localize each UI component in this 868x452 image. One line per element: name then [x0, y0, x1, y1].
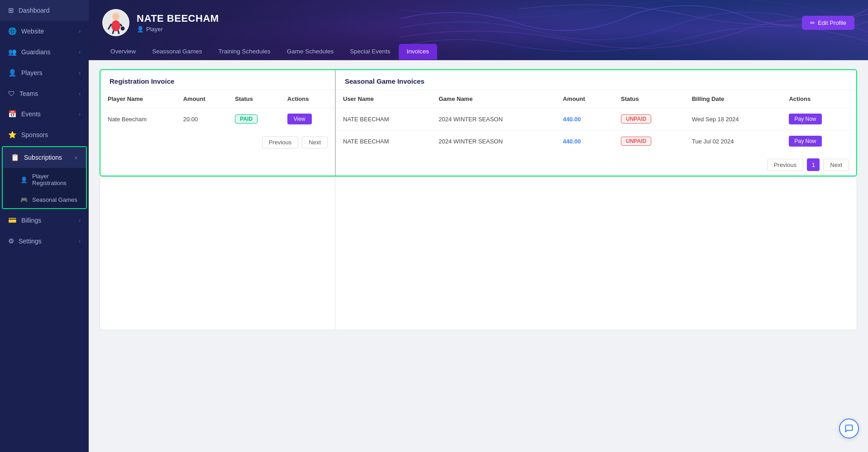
sponsors-icon: ⭐ [8, 131, 17, 139]
cell-amount: 440.00 [556, 130, 614, 152]
svg-line-5 [118, 30, 119, 34]
players-icon: 👤 [8, 69, 17, 77]
sub-item-label: Player Registrations [32, 173, 78, 186]
pay-now-button[interactable]: Pay Now [789, 136, 821, 147]
main-content: NATE BEECHAM 👤 Player ✏ Edit Profile Ove… [89, 0, 868, 452]
chevron-right-icon: › [79, 49, 81, 55]
profile-row: NATE BEECHAM 👤 Player ✏ Edit Profile [102, 9, 854, 36]
sidebar-item-sponsors[interactable]: ⭐ Sponsors [0, 124, 89, 145]
seasonal-invoice-table: User Name Game Name Amount Status Billin… [336, 90, 856, 152]
role-label: Player [146, 26, 163, 33]
tab-game-schedules[interactable]: Game Schedules [279, 43, 342, 60]
cell-user-name: NATE BEECHAM [336, 130, 431, 152]
col-amount: Amount [556, 90, 614, 108]
sidebar: ⊞ Dashboard 🌐 Website › 👥 Guardians › 👤 … [0, 0, 89, 452]
sidebar-item-player-registrations[interactable]: 👤 Player Registrations [3, 168, 86, 191]
edit-profile-button[interactable]: ✏ Edit Profile [802, 16, 854, 30]
seasonal-prev-button[interactable]: Previous [767, 159, 804, 171]
sidebar-item-players[interactable]: 👤 Players › [0, 62, 89, 83]
col-status: Status [614, 90, 685, 108]
sidebar-item-label: Subscriptions [24, 154, 62, 161]
cell-billing-date: Wed Sep 18 2024 [685, 108, 782, 130]
col-player-name: Player Name [100, 90, 176, 108]
col-status: Status [228, 90, 280, 108]
cell-game-name: 2024 WINTER SEASON [431, 108, 555, 130]
edit-icon: ✏ [810, 19, 815, 26]
col-user-name: User Name [336, 90, 431, 108]
seasonal-next-button[interactable]: Next [823, 159, 849, 171]
registration-invoice-table: Player Name Amount Status Actions Nate B… [100, 90, 335, 130]
chevron-down-icon: ∨ [74, 155, 78, 161]
cell-status: UNPAID [614, 108, 685, 130]
table-row: NATE BEECHAM 2024 WINTER SEASON 440.00 U… [336, 108, 856, 130]
sidebar-item-website[interactable]: 🌐 Website › [0, 21, 89, 42]
page-body: Registration Invoice Player Name Amount … [89, 60, 868, 452]
lower-right-panel [335, 177, 857, 330]
tabs-bar: Overview Seassonal Games Training Schedu… [102, 43, 854, 60]
header-banner: NATE BEECHAM 👤 Player ✏ Edit Profile Ove… [89, 0, 868, 60]
sidebar-item-label: Teams [19, 90, 38, 97]
cell-amount: 440.00 [556, 108, 614, 130]
tab-seasonal-games[interactable]: Seassonal Games [144, 43, 210, 60]
pay-now-button[interactable]: Pay Now [789, 114, 821, 124]
view-button[interactable]: View [287, 114, 312, 124]
tab-training-schedules[interactable]: Training Schedules [210, 43, 279, 60]
edit-profile-label: Edit Profile [818, 19, 846, 26]
player-name: NATE BEECHAM [137, 13, 795, 24]
cell-player-name: Nate Beecham [100, 108, 176, 130]
col-amount: Amount [176, 90, 228, 108]
sidebar-item-label: Events [21, 110, 41, 118]
teams-icon: 🛡 [8, 90, 15, 97]
sidebar-item-subscriptions[interactable]: 📋 Subscriptions ∨ [3, 147, 86, 168]
sidebar-item-settings[interactable]: ⚙ Settings › [0, 231, 89, 252]
events-icon: 📅 [8, 110, 17, 118]
cell-user-name: NATE BEECHAM [336, 108, 431, 130]
table-row: Nate Beecham 20.00 PAID View [100, 108, 335, 130]
invoices-container: Registration Invoice Player Name Amount … [100, 69, 857, 176]
sidebar-item-label: Sponsors [21, 131, 48, 138]
chevron-right-icon: › [79, 218, 81, 223]
seasonal-invoice-title: Seasonal Game Invoices [336, 70, 856, 90]
chevron-right-icon: › [79, 238, 81, 244]
svg-point-6 [120, 26, 125, 31]
seasonal-page-num[interactable]: 1 [807, 158, 820, 171]
cell-game-name: 2024 WINTER SEASON [431, 130, 555, 152]
sidebar-item-dashboard[interactable]: ⊞ Dashboard [0, 0, 89, 21]
cell-actions: View [280, 108, 335, 130]
reg-prev-button[interactable]: Previous [262, 136, 299, 148]
tab-invoices[interactable]: Invoices [399, 44, 438, 60]
col-billing-date: Billing Date [685, 90, 782, 108]
guardians-icon: 👥 [8, 48, 17, 56]
svg-line-2 [108, 24, 111, 29]
cell-status: PAID [228, 108, 280, 130]
billings-icon: 💳 [8, 216, 17, 224]
registration-invoice-title: Registration Invoice [100, 70, 335, 90]
sidebar-item-label: Settings [19, 238, 42, 245]
lower-left-panel [100, 177, 335, 330]
chevron-right-icon: › [79, 91, 81, 96]
seasonal-invoice-section: Seasonal Game Invoices User Name Game Na… [336, 70, 856, 176]
svg-point-1 [111, 20, 120, 31]
sidebar-item-label: Dashboard [19, 7, 50, 14]
col-game-name: Game Name [431, 90, 555, 108]
sidebar-item-label: Players [21, 69, 43, 76]
dashboard-icon: ⊞ [8, 6, 14, 14]
sidebar-item-teams[interactable]: 🛡 Teams › [0, 83, 89, 104]
sidebar-item-label: Website [21, 28, 44, 35]
table-row: NATE BEECHAM 2024 WINTER SEASON 440.00 U… [336, 130, 856, 152]
tab-special-events[interactable]: Special Events [342, 43, 398, 60]
seasonal-invoice-pagination: Previous 1 Next [336, 152, 856, 176]
reg-invoice-pagination: Previous Next [100, 130, 335, 153]
chat-button[interactable] [839, 419, 859, 438]
settings-icon: ⚙ [8, 237, 14, 245]
sidebar-item-seasonal-games[interactable]: 🎮 Seasonal Games [3, 191, 86, 208]
cell-actions: Pay Now [782, 108, 856, 130]
sidebar-item-events[interactable]: 📅 Events › [0, 104, 89, 124]
role-icon: 👤 [137, 26, 144, 33]
sidebar-item-billings[interactable]: 💳 Billings › [0, 210, 89, 231]
reg-next-button[interactable]: Next [302, 136, 328, 148]
player-reg-icon: 👤 [20, 176, 28, 183]
tab-overview[interactable]: Overview [102, 43, 144, 60]
sub-item-label: Seasonal Games [32, 196, 77, 203]
sidebar-item-guardians[interactable]: 👥 Guardians › [0, 42, 89, 62]
